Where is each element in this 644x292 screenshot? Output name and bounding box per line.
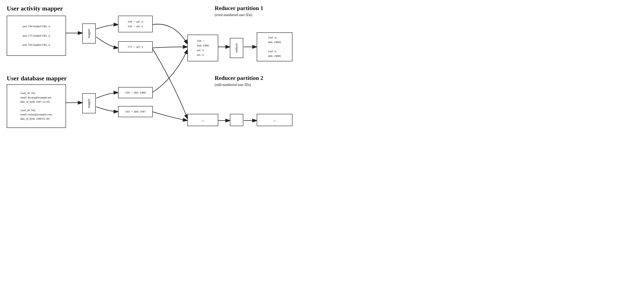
reducer1-label: reducer [235, 43, 238, 53]
db-mapper-box: mapper [82, 93, 96, 113]
db-mapper-title: User database mapper [7, 75, 67, 82]
activity-mapper-title: User activity mapper [7, 5, 63, 12]
reducer1-input-box: 104 → dob: 1989 url: /x url: /z [188, 35, 218, 61]
activity-output-top-box: 104 → url: /x 104 → url: /z [118, 16, 153, 32]
db-input-box: {user_id: 103, email: devaraj@example.ne… [7, 84, 66, 128]
db-output-bottom-box: 103 → dob: 1947 [118, 106, 153, 117]
reducer2-output-text: ... [270, 115, 279, 125]
db-output-top-box: 104 → dob: 1989 [118, 87, 153, 98]
db-output-bottom-text: 103 → dob: 1947 [122, 108, 148, 116]
activity-output-bottom-box: 173 → url: /y [118, 41, 153, 52]
activity-input-box: user 104 loaded URL /x user 173 loaded U… [7, 16, 66, 56]
activity-mapper-label: mapper [87, 29, 91, 38]
reducer2-input-text: ... [198, 115, 207, 125]
reducer1-output-text: {url: /x, dob: 1989} {url: /z, dob: 1989… [266, 33, 284, 60]
reducer2-title: Reducer partition 2 [215, 75, 264, 81]
db-output-top-text: 104 → dob: 1989 [122, 89, 148, 97]
activity-output-top-text: 104 → url: /x 104 → url: /z [125, 18, 146, 31]
reducer2-subtitle: (odd-numbered user IDs) [215, 83, 251, 87]
activity-mapper-box: mapper [82, 23, 96, 43]
db-input-text: {user_id: 103, email: devaraj@example.ne… [18, 89, 55, 123]
reducer1-output-box: {url: /x, dob: 1989} {url: /z, dob: 1989… [257, 32, 292, 61]
reducer2-output-box: ... [257, 114, 292, 126]
diagram: User activity mapper user 104 loaded URL… [0, 0, 322, 146]
activity-output-bottom-text: 173 → url: /y [125, 43, 146, 51]
activity-input-text: user 104 loaded URL /x user 173 loaded U… [20, 22, 53, 49]
reducer2-box [230, 114, 243, 126]
reducer1-subtitle: (even-numbered user IDs) [215, 13, 252, 17]
reducer1-title: Reducer partition 1 [215, 5, 264, 12]
db-mapper-label: mapper [87, 99, 91, 108]
reducer2-input-box: ... [188, 114, 218, 126]
reducer1-input-text: 104 → dob: 1989 url: /x url: /z [194, 37, 211, 59]
reducer1-box: reducer [230, 38, 243, 58]
